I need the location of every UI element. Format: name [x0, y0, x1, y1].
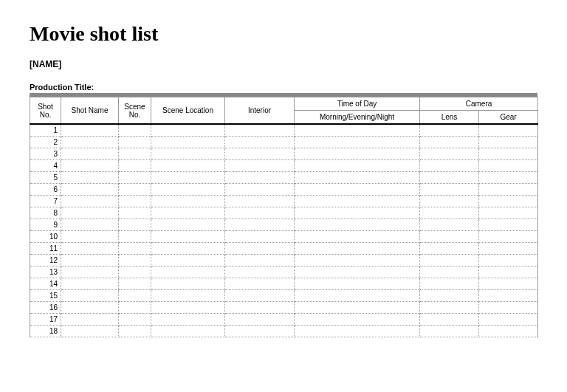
cell-empty — [420, 278, 479, 289]
cell-empty — [61, 136, 119, 148]
cell-empty — [225, 313, 295, 325]
cell-shot-no: 5 — [30, 171, 61, 183]
cell-empty — [61, 159, 119, 171]
cell-empty — [225, 124, 295, 136]
cell-empty — [295, 183, 420, 195]
cell-empty — [151, 266, 225, 278]
cell-empty — [61, 171, 119, 183]
cell-shot-no: 12 — [30, 254, 61, 266]
col-header-shot-no: Shot No. — [30, 97, 61, 125]
cell-empty — [295, 266, 420, 278]
cell-empty — [119, 219, 151, 230]
shot-list-table: Shot No. Shot Name Scene No. Scene Locat… — [30, 97, 538, 337]
cell-empty — [479, 171, 538, 183]
cell-shot-no: 8 — [30, 207, 61, 219]
cell-empty — [225, 325, 295, 337]
cell-empty — [119, 313, 151, 325]
cell-empty — [225, 183, 295, 195]
cell-empty — [61, 242, 119, 254]
cell-empty — [225, 301, 295, 313]
cell-empty — [119, 148, 151, 159]
cell-empty — [420, 148, 479, 159]
table-body: 123456789101112131415161718 — [30, 124, 538, 337]
cell-empty — [479, 266, 538, 278]
table-row: 10 — [30, 230, 538, 242]
col-header-lens: Lens — [420, 111, 479, 125]
cell-empty — [225, 266, 295, 278]
cell-empty — [151, 136, 225, 148]
cell-empty — [479, 207, 538, 219]
cell-empty — [295, 230, 420, 242]
cell-empty — [151, 219, 225, 230]
cell-empty — [151, 207, 225, 219]
cell-empty — [225, 230, 295, 242]
cell-empty — [420, 159, 479, 171]
cell-empty — [420, 254, 479, 266]
cell-empty — [295, 207, 420, 219]
cell-empty — [151, 183, 225, 195]
cell-empty — [295, 254, 420, 266]
cell-empty — [151, 195, 225, 207]
cell-empty — [295, 171, 420, 183]
name-placeholder: [NAME] — [30, 59, 537, 69]
cell-empty — [151, 171, 225, 183]
table-row: 18 — [30, 325, 538, 337]
cell-empty — [151, 148, 225, 159]
table-row: 5 — [30, 171, 538, 183]
cell-empty — [420, 183, 479, 195]
cell-empty — [119, 289, 151, 301]
cell-empty — [479, 183, 538, 195]
table-row: 3 — [30, 148, 538, 159]
cell-empty — [295, 219, 420, 230]
cell-empty — [225, 195, 295, 207]
table-row: 4 — [30, 159, 538, 171]
production-title-label: Production Title: — [30, 83, 537, 92]
cell-shot-no: 15 — [30, 289, 61, 301]
cell-empty — [225, 171, 295, 183]
cell-empty — [420, 301, 479, 313]
cell-empty — [119, 183, 151, 195]
table-row: 16 — [30, 301, 538, 313]
cell-shot-no: 4 — [30, 159, 61, 171]
cell-empty — [420, 124, 479, 136]
cell-empty — [295, 325, 420, 337]
cell-empty — [119, 136, 151, 148]
cell-empty — [225, 219, 295, 230]
table-row: 12 — [30, 254, 538, 266]
cell-shot-no: 9 — [30, 219, 61, 230]
table-row: 2 — [30, 136, 538, 148]
cell-empty — [295, 242, 420, 254]
cell-empty — [479, 313, 538, 325]
cell-empty — [61, 219, 119, 230]
cell-empty — [61, 313, 119, 325]
col-header-time-of-day-sub: Morning/Evening/Night — [295, 111, 420, 125]
col-header-shot-name: Shot Name — [61, 97, 119, 125]
cell-shot-no: 18 — [30, 325, 61, 337]
cell-empty — [151, 301, 225, 313]
cell-shot-no: 7 — [30, 195, 61, 207]
cell-empty — [119, 124, 151, 136]
col-header-time-of-day: Time of Day — [295, 97, 420, 111]
cell-empty — [479, 301, 538, 313]
cell-empty — [479, 148, 538, 159]
cell-empty — [151, 313, 225, 325]
cell-empty — [151, 242, 225, 254]
cell-empty — [295, 195, 420, 207]
cell-empty — [479, 289, 538, 301]
cell-shot-no: 16 — [30, 301, 61, 313]
cell-empty — [151, 159, 225, 171]
col-header-scene-no: Scene No. — [119, 97, 151, 125]
cell-empty — [119, 254, 151, 266]
cell-empty — [61, 124, 119, 136]
cell-shot-no: 10 — [30, 230, 61, 242]
cell-empty — [61, 183, 119, 195]
cell-shot-no: 1 — [30, 124, 61, 136]
cell-empty — [119, 171, 151, 183]
cell-empty — [225, 159, 295, 171]
cell-empty — [420, 325, 479, 337]
cell-empty — [295, 301, 420, 313]
cell-empty — [119, 301, 151, 313]
cell-empty — [119, 278, 151, 289]
cell-empty — [420, 136, 479, 148]
cell-empty — [119, 159, 151, 171]
